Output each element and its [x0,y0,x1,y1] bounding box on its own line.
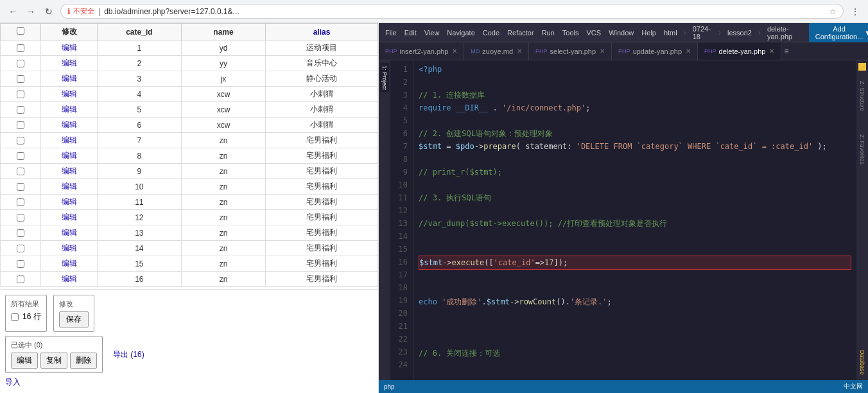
row-checkbox[interactable] [17,152,24,160]
breadcrumb-html: html [661,28,680,38]
row-edit-link[interactable]: 编辑 [62,228,77,237]
row-checkbox[interactable] [17,214,24,222]
row-edit-link[interactable]: 编辑 [62,213,77,222]
line-number: 11 [395,191,408,204]
close-tab-update[interactable]: ✕ [686,48,691,55]
row-edit-link[interactable]: 编辑 [62,259,77,268]
project-tab-label[interactable]: 1: Project [380,63,389,92]
row-edit-link[interactable]: 编辑 [62,243,77,252]
db-table: 修改 cate_id name alias 编辑 1 yd 运动项目 编辑 2 … [0,23,378,287]
row-checkbox[interactable] [17,198,24,206]
code-content[interactable]: <?php // 1. 连接数据库 require __DIR__ . '/in… [413,60,856,380]
row-edit-link[interactable]: 编辑 [62,151,77,160]
back-button[interactable]: ← [5,4,21,19]
row-checkbox[interactable] [17,121,24,129]
row-checkbox[interactable] [17,75,24,83]
menu-navigate[interactable]: Navigate [444,28,477,38]
row-cateid: 7 [97,133,181,148]
row-cateid: 9 [97,164,181,179]
row-checkbox-cell [1,195,41,210]
delete-button[interactable]: 删除 [70,353,97,369]
breadcrumb-0724: 0724-18 [690,24,715,42]
menu-window[interactable]: Window [606,28,636,38]
row-cateid: 12 [97,210,181,225]
file-tab-insert2[interactable]: PHP insert2-yan.php ✕ [379,42,464,60]
row-cateid: 2 [97,56,181,71]
close-tab-delete[interactable]: ✕ [769,48,774,55]
row-edit-link[interactable]: 编辑 [62,58,77,67]
select-all-checkbox[interactable] [17,27,24,35]
separator: | [98,7,100,16]
row-edit-link[interactable]: 编辑 [62,135,77,144]
security-icon: ℹ [67,7,71,16]
file-tab-select[interactable]: PHP select-yan.php ✕ [529,42,612,60]
code-line [419,230,851,243]
menu-tools[interactable]: Tools [560,28,582,38]
row-checkbox[interactable] [17,44,24,52]
row-checkbox[interactable] [17,183,24,191]
menu-code[interactable]: Code [480,28,502,38]
menu-edit[interactable]: Edit [402,28,419,38]
code-line [419,243,851,256]
save-button[interactable]: 保存 [59,311,89,328]
row-checkbox[interactable] [17,106,24,114]
row-checkbox[interactable] [17,168,24,175]
row-edit-link[interactable]: 编辑 [62,166,77,175]
menu-view[interactable]: View [422,28,442,38]
menu-help[interactable]: Help [639,28,659,38]
more-tabs-icon[interactable]: ≡ [784,47,788,56]
menu-refactor[interactable]: Refactor [505,28,537,38]
menu-file[interactable]: File [383,28,399,38]
row-edit-link[interactable]: 编辑 [62,43,77,52]
file-tab-zuoye[interactable]: MD zuoye.md ✕ [464,42,529,60]
table-scroll[interactable]: 修改 cate_id name alias 编辑 1 yd 运动项目 编辑 2 … [0,23,378,289]
row-edit-link[interactable]: 编辑 [62,105,77,114]
row-edit-link[interactable]: 编辑 [62,120,77,129]
bookmark-icon[interactable]: ☆ [829,7,837,16]
code-line [419,179,851,191]
close-tab-select[interactable]: ✕ [600,48,605,55]
table-row: 编辑 13 zn 宅男福利 [1,225,378,241]
database-label[interactable]: Database [858,347,867,378]
row-edit-link[interactable]: 编辑 [62,182,77,191]
address-bar[interactable]: ℹ 不安全 | db.io/adminer.php?server=127.0.0… [60,4,844,19]
forward-button[interactable]: → [23,4,39,19]
row-edit-link[interactable]: 编辑 [62,197,77,206]
row-edit-cell: 编辑 [41,71,97,87]
php-icon-select: PHP [535,48,548,55]
row-edit-link[interactable]: 编辑 [62,74,77,83]
import-link[interactable]: 导入 [5,375,21,389]
row-checkbox[interactable] [17,245,24,252]
row-checkbox[interactable] [17,137,24,144]
row-cateid: 1 [97,40,181,56]
menu-run[interactable]: Run [539,28,557,38]
add-configuration-button[interactable]: Add Configuration... ▼ [809,23,868,42]
favorites-label[interactable]: 2: Favorites [858,132,867,167]
row-name: zn [181,241,265,256]
refresh-button[interactable]: ↻ [41,4,56,19]
all-results-checkbox[interactable] [11,313,19,321]
row-edit-link[interactable]: 编辑 [62,274,77,283]
close-tab-zuoye[interactable]: ✕ [517,48,522,55]
row-edit-cell: 编辑 [41,148,97,164]
extensions-button[interactable]: ⋮ [847,4,863,19]
status-php: php [384,383,395,390]
row-checkbox[interactable] [17,260,24,268]
close-tab-insert2[interactable]: ✕ [452,48,457,55]
row-edit-link[interactable]: 编辑 [62,89,77,98]
row-checkbox[interactable] [17,60,24,67]
z-structure-label[interactable]: Z: Structure [858,78,867,114]
line-number: 12 [395,204,408,217]
line-number: 22 [395,333,408,345]
row-checkbox[interactable] [17,275,24,283]
menu-vcs[interactable]: VCS [584,28,604,38]
edit-button[interactable]: 编辑 [11,353,38,369]
row-checkbox[interactable] [17,229,24,237]
copy-button[interactable]: 复制 [40,353,67,369]
file-tab-update[interactable]: PHP update-yan.php ✕ [612,42,698,60]
breadcrumb-delete: delete-yan.php [765,24,805,42]
export-link[interactable]: 导出 (16) [109,347,148,363]
row-checkbox[interactable] [17,91,24,98]
file-tab-delete[interactable]: PHP delete-yan.php ✕ [698,42,781,60]
controls-row2: 已选中 (0) 编辑 复制 删除 导出 (16) [5,336,373,373]
